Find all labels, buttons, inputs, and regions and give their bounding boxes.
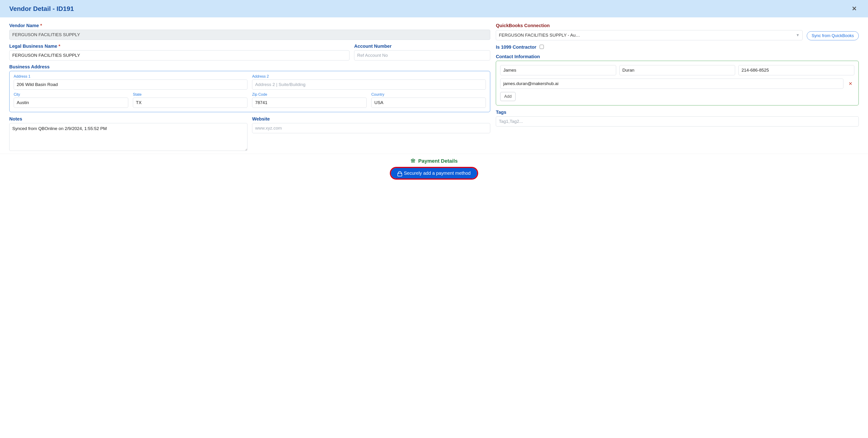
- required-asterisk: *: [58, 43, 60, 49]
- address1-input[interactable]: [14, 79, 247, 90]
- contact-last-name-input[interactable]: [619, 65, 735, 75]
- sync-quickbooks-button[interactable]: Sync from QuickBooks: [807, 31, 859, 40]
- quickbooks-label: QuickBooks Connection: [496, 23, 803, 28]
- add-payment-method-button[interactable]: Securely add a payment method: [391, 168, 477, 178]
- remove-contact-icon[interactable]: ✕: [847, 81, 854, 87]
- add-payment-method-label: Securely add a payment method: [404, 171, 471, 176]
- contact-phone-input[interactable]: [738, 65, 854, 75]
- city-label: City: [14, 93, 128, 97]
- country-input[interactable]: [371, 98, 486, 108]
- contact-email-input[interactable]: [500, 78, 843, 89]
- contact-first-name-input[interactable]: [500, 65, 616, 75]
- tags-input[interactable]: [496, 116, 859, 127]
- business-address-group: Address 1 Address 2 City State: [9, 71, 490, 112]
- zip-input[interactable]: [252, 98, 367, 108]
- add-contact-button[interactable]: Add: [500, 92, 516, 101]
- quickbooks-select[interactable]: FERGUSON FACILITIES SUPPLY - Au… ▼: [496, 30, 803, 40]
- legal-name-label: Legal Business Name *: [9, 43, 349, 49]
- payment-details-section: Payment Details Securely add a payment m…: [0, 154, 868, 185]
- close-icon[interactable]: ✕: [850, 4, 859, 13]
- website-input[interactable]: [252, 123, 490, 133]
- page-title: Vendor Detail - ID191: [9, 5, 74, 12]
- notes-textarea[interactable]: [9, 123, 247, 151]
- quickbooks-selected-value: FERGUSON FACILITIES SUPPLY - Au…: [499, 33, 794, 38]
- state-input[interactable]: [133, 98, 247, 108]
- contact-info-group: ✕ Add: [496, 61, 859, 105]
- contact-info-label: Contact Information: [496, 54, 859, 59]
- website-label: Website: [252, 116, 490, 122]
- highlighted-callout: Securely add a payment method: [390, 167, 478, 179]
- bank-icon: [410, 158, 415, 164]
- legal-name-input[interactable]: [9, 50, 349, 61]
- required-asterisk: *: [40, 23, 42, 28]
- city-input[interactable]: [14, 98, 128, 108]
- address2-label: Address 2: [252, 74, 486, 78]
- lock-icon: [398, 171, 401, 175]
- contractor-checkbox[interactable]: [539, 45, 544, 49]
- modal-header: Vendor Detail - ID191 ✕: [0, 0, 868, 18]
- legal-name-label-text: Legal Business Name: [9, 43, 57, 49]
- address2-input[interactable]: [252, 79, 486, 90]
- state-label: State: [133, 93, 247, 97]
- notes-label: Notes: [9, 116, 247, 122]
- chevron-down-icon: ▼: [796, 33, 800, 37]
- zip-label: Zip Code: [252, 93, 367, 97]
- vendor-name-label: Vendor Name *: [9, 23, 490, 28]
- address1-label: Address 1: [14, 74, 247, 78]
- payment-details-title: Payment Details: [418, 158, 458, 164]
- country-label: Country: [371, 93, 486, 97]
- vendor-name-input[interactable]: [9, 30, 490, 40]
- vendor-name-label-text: Vendor Name: [9, 23, 39, 28]
- tags-label: Tags: [496, 110, 859, 115]
- account-number-input[interactable]: [354, 50, 490, 61]
- contractor-label: Is 1099 Contractor: [496, 44, 536, 50]
- business-address-label: Business Address: [9, 64, 490, 70]
- account-number-label: Account Number: [354, 43, 490, 49]
